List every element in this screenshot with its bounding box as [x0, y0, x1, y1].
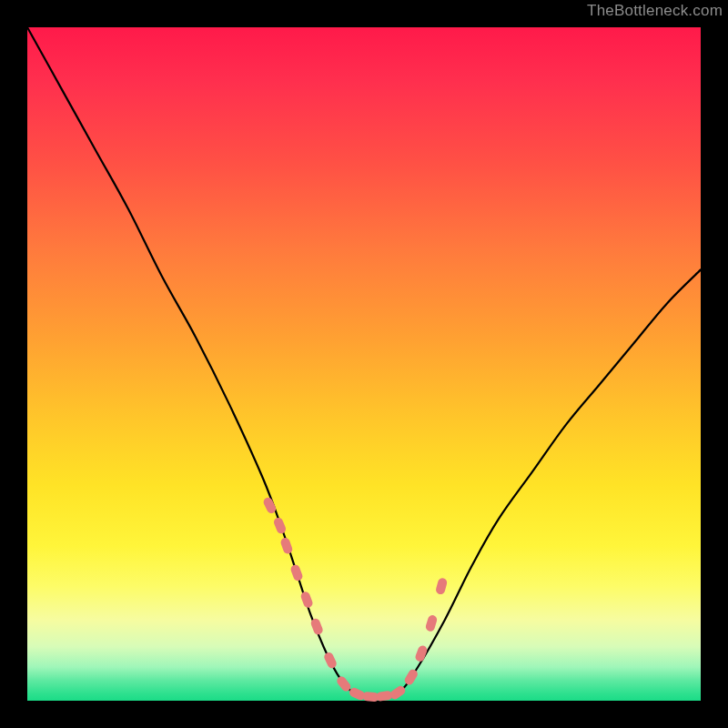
marker-lozenge: [425, 614, 439, 632]
marker-lozenge: [279, 537, 293, 555]
marker-lozenge: [299, 591, 314, 609]
marker-lozenge: [403, 668, 420, 687]
chart-frame: TheBottleneck.com: [0, 0, 728, 728]
marker-group: [262, 496, 448, 702]
marker-lozenge: [289, 563, 304, 581]
watermark-text: TheBottleneck.com: [587, 2, 723, 20]
marker-lozenge: [272, 516, 287, 534]
plot-area: [27, 27, 701, 701]
marker-lozenge: [323, 651, 339, 670]
curve-svg: [27, 27, 701, 701]
marker-lozenge: [435, 577, 448, 595]
bottleneck-curve: [27, 27, 701, 698]
